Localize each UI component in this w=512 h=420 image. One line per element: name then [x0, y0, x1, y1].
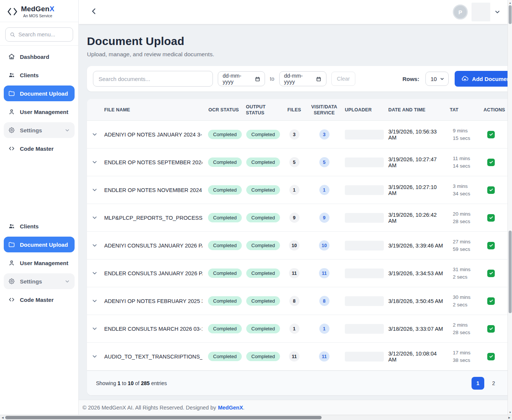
- uploader-cell: [343, 287, 386, 315]
- sidebar-search-input[interactable]: Search menu...: [5, 27, 73, 42]
- files-count-cell: 1: [283, 176, 306, 204]
- file-name-cell: ADENIYI CONSULTS JANUARY 2026 PA...: [102, 232, 206, 259]
- rows-per-page-select[interactable]: 10: [425, 72, 449, 86]
- table-row: ADENIYI CONSULTS JANUARY 2026 PA...Compl…: [87, 232, 508, 260]
- filter-bar: Search documents... dd-mm-yyyy to dd-mm-…: [87, 66, 508, 92]
- row-checkbox-checked[interactable]: [487, 131, 495, 138]
- page-content: Document Upload Upload, manage, and revi…: [79, 24, 508, 395]
- uploader-skeleton: [345, 130, 384, 140]
- row-expand-button[interactable]: [87, 148, 102, 176]
- row-expand-button[interactable]: [87, 315, 102, 342]
- profile-menu-chevron-down-icon[interactable]: [494, 9, 501, 15]
- calendar-icon[interactable]: [255, 76, 260, 82]
- output-status-badge: Completed: [246, 352, 280, 361]
- actions-cell: [481, 121, 508, 148]
- date-to-input[interactable]: dd-mm-yyyy: [279, 71, 326, 86]
- uploader-skeleton: [345, 241, 384, 250]
- sidebar-item-clients[interactable]: Clients: [4, 67, 75, 83]
- uploader-cell: [343, 176, 386, 204]
- row-checkbox-checked[interactable]: [487, 325, 495, 333]
- ocr-status-cell: Completed: [206, 121, 244, 148]
- sidebar-item-settings[interactable]: Settings: [4, 273, 75, 289]
- documents-table: FILE NAMEOCR STATUSOUTPUT STATUSFILESVIS…: [87, 99, 508, 395]
- row-checkbox-checked[interactable]: [487, 353, 495, 360]
- scroll-right-arrow[interactable]: ▶: [507, 415, 512, 420]
- row-checkbox-checked[interactable]: [487, 214, 495, 222]
- ocr-status-badge: Completed: [208, 296, 242, 306]
- calendar-icon[interactable]: [316, 76, 321, 82]
- row-checkbox-checked[interactable]: [487, 297, 495, 305]
- sidebar-collapse-button[interactable]: [90, 7, 100, 17]
- avatar-initial: P: [458, 9, 462, 15]
- actions-cell: [481, 148, 508, 176]
- sidebar-item-code-master[interactable]: Code Master: [4, 292, 75, 308]
- chevron-down-icon: [64, 279, 70, 284]
- avatar[interactable]: P: [453, 4, 468, 20]
- row-expand-button[interactable]: [87, 121, 102, 148]
- pagination-ellipsis[interactable]: ...: [503, 377, 508, 390]
- sidebar-item-document-upload[interactable]: Document Upload: [4, 237, 75, 252]
- sidebar-item-settings[interactable]: Settings: [4, 122, 75, 138]
- row-expand-button[interactable]: [87, 343, 102, 370]
- sidebar-item-user-management[interactable]: User Management: [4, 104, 75, 120]
- add-document-button[interactable]: Add Document: [455, 71, 508, 87]
- row-checkbox-checked[interactable]: [487, 186, 495, 194]
- table-header-row: FILE NAMEOCR STATUSOUTPUT STATUSFILESVIS…: [87, 99, 508, 121]
- scroll-down-arrow[interactable]: ▼: [508, 410, 512, 414]
- scroll-up-arrow[interactable]: ▲: [508, 0, 512, 5]
- username-skeleton: [472, 3, 490, 21]
- output-status-badge: Completed: [246, 268, 280, 278]
- ocr-status-badge: Completed: [208, 241, 242, 250]
- sidebar-item-code-master[interactable]: Code Master: [4, 141, 75, 156]
- tat-cell: 2 mins28 secs: [448, 315, 481, 342]
- chevron-down-icon: [440, 76, 445, 81]
- pagination-page-1[interactable]: 1: [472, 377, 484, 390]
- pagination-page-2[interactable]: 2: [487, 377, 500, 390]
- sidebar-item-label: Dashboard: [20, 54, 49, 60]
- row-checkbox-checked[interactable]: [487, 242, 495, 249]
- row-expand-button[interactable]: [87, 232, 102, 259]
- vertical-scrollbar-thumb[interactable]: [509, 5, 512, 24]
- actions-cell: [481, 204, 508, 231]
- document-search-input[interactable]: Search documents...: [93, 71, 213, 87]
- sidebar: MedGenX An MOS Service Search menu... Da…: [0, 0, 79, 415]
- visit-count-badge: 1: [319, 324, 329, 334]
- user-icon: [8, 108, 15, 115]
- column-header-output-status: OUTPUT STATUS: [244, 101, 283, 119]
- files-count-cell: 8: [283, 287, 306, 315]
- chevron-down-icon: [64, 128, 70, 133]
- document-search-placeholder: Search documents...: [99, 76, 150, 82]
- vertical-scrollbar[interactable]: ▲ ▼: [508, 0, 512, 415]
- search-icon: [10, 32, 15, 38]
- copyright-brand-link[interactable]: MedGenX: [218, 405, 243, 411]
- visit-count-cell: 10: [306, 232, 343, 259]
- scroll-left-arrow[interactable]: ◀: [0, 415, 5, 420]
- table-footer: Showing 1 to 10 of 285 entries 12...: [87, 370, 508, 395]
- row-expand-button[interactable]: [87, 287, 102, 315]
- row-expand-button[interactable]: [87, 176, 102, 204]
- horizontal-scrollbar[interactable]: ◀ ▶: [0, 415, 512, 420]
- row-expand-button[interactable]: [87, 260, 102, 287]
- date-from-input[interactable]: dd-mm-yyyy: [218, 71, 265, 86]
- sidebar-item-user-management[interactable]: User Management: [4, 255, 75, 271]
- output-status-cell: Completed: [244, 204, 283, 231]
- user-icon: [8, 260, 15, 266]
- visit-count-cell: 3: [306, 121, 343, 148]
- tat-cell: 11 mins14 secs: [448, 148, 481, 176]
- date-time-cell: 3/18/2026, 3:50:45 AM: [386, 287, 448, 315]
- add-document-label: Add Document: [472, 76, 508, 82]
- folder-icon: [8, 241, 15, 248]
- sidebar-item-clients[interactable]: Clients: [4, 218, 75, 234]
- horizontal-scrollbar-thumb[interactable]: [5, 416, 322, 419]
- row-checkbox-checked[interactable]: [487, 270, 495, 277]
- sidebar-nav: DashboardClientsDocument UploadUser Mana…: [0, 45, 78, 308]
- clear-filters-button[interactable]: Clear: [331, 72, 356, 86]
- sidebar-item-dashboard[interactable]: Dashboard: [4, 49, 75, 64]
- sidebar-item-document-upload[interactable]: Document Upload: [4, 86, 75, 101]
- output-status-cell: Completed: [244, 343, 283, 370]
- row-expand-button[interactable]: [87, 204, 102, 231]
- vertical-scrollbar-thumb[interactable]: [509, 231, 512, 313]
- table-row: ENDLER CONSULTS JANUARY 2026 PA...Comple…: [87, 260, 508, 287]
- actions-cell: [481, 232, 508, 259]
- row-checkbox-checked[interactable]: [487, 159, 495, 166]
